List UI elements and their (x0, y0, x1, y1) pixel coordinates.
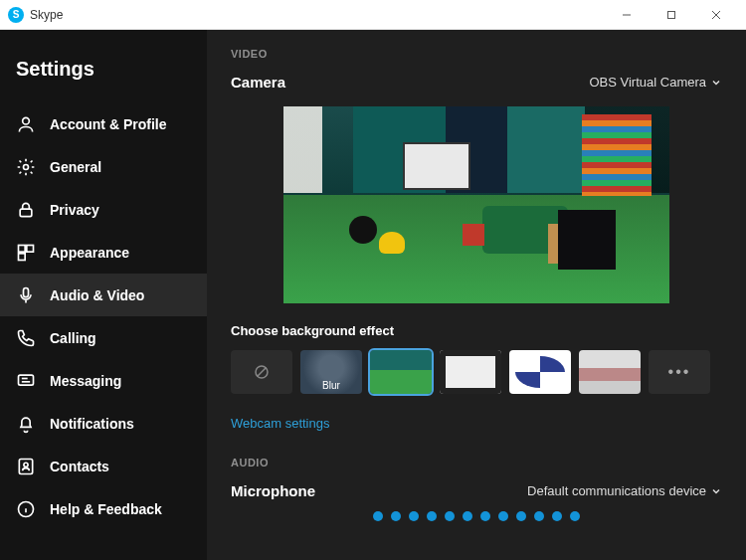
level-dot (409, 511, 419, 521)
sidebar-item-label: Account & Profile (50, 116, 166, 132)
svg-rect-11 (19, 375, 34, 385)
svg-rect-10 (24, 287, 29, 296)
microphone-icon (16, 285, 36, 305)
camera-label: Camera (231, 74, 285, 91)
svg-rect-7 (19, 245, 26, 252)
settings-sidebar: Settings Account & Profile General Priva… (0, 30, 207, 560)
close-button[interactable] (693, 0, 738, 30)
sidebar-item-label: Messaging (50, 373, 121, 389)
effect-bg-1[interactable] (370, 350, 432, 394)
sidebar-item-label: Appearance (50, 245, 129, 261)
none-icon (253, 363, 271, 381)
effect-none[interactable] (231, 350, 292, 394)
appearance-icon (16, 243, 36, 263)
chevron-down-icon (710, 77, 722, 89)
sidebar-item-notifications[interactable]: Notifications (0, 402, 207, 445)
svg-rect-8 (27, 245, 34, 252)
sidebar-item-label: Notifications (50, 416, 134, 432)
sidebar-item-messaging[interactable]: Messaging (0, 359, 207, 402)
level-dot (445, 511, 455, 521)
sidebar-item-account-profile[interactable]: Account & Profile (0, 102, 207, 145)
sidebar-item-contacts[interactable]: Contacts (0, 445, 207, 487)
lock-icon (16, 200, 36, 220)
titlebar: S Skype (0, 0, 746, 30)
info-icon (16, 499, 36, 519)
svg-point-15 (24, 463, 28, 467)
svg-rect-9 (19, 253, 26, 260)
sidebar-item-label: Contacts (50, 459, 109, 474)
gear-icon (16, 157, 36, 177)
webcam-settings-link[interactable]: Webcam settings (231, 416, 329, 431)
camera-preview (283, 106, 669, 303)
chevron-down-icon (710, 485, 722, 497)
level-dot (534, 511, 544, 521)
sidebar-item-general[interactable]: General (0, 145, 207, 188)
sidebar-item-calling[interactable]: Calling (0, 316, 207, 359)
effect-blur-label: Blur (300, 380, 362, 391)
phone-icon (16, 328, 36, 348)
sidebar-item-privacy[interactable]: Privacy (0, 188, 207, 231)
microphone-level-meter (231, 511, 722, 521)
svg-rect-1 (667, 11, 674, 18)
level-dot (498, 511, 508, 521)
sidebar-item-label: General (50, 159, 101, 175)
skype-logo-icon: S (8, 7, 24, 23)
level-dot (427, 511, 437, 521)
microphone-selected-value: Default communications device (527, 483, 706, 498)
microphone-label: Microphone (231, 482, 315, 499)
level-dot (391, 511, 401, 521)
settings-heading: Settings (0, 30, 207, 102)
svg-point-4 (23, 117, 30, 124)
sidebar-item-label: Help & Feedback (50, 501, 162, 517)
effect-more-button[interactable]: ••• (649, 350, 710, 394)
background-effects-row: Blur ••• (231, 350, 722, 394)
level-dot (373, 511, 383, 521)
background-effect-label: Choose background effect (231, 323, 722, 338)
more-icon: ••• (668, 363, 691, 381)
camera-selected-value: OBS Virtual Camera (589, 75, 706, 90)
microphone-dropdown[interactable]: Default communications device (527, 483, 722, 498)
effect-bg-3[interactable] (509, 350, 571, 394)
sidebar-item-audio-video[interactable]: Audio & Video (0, 274, 207, 316)
level-dot (516, 511, 526, 521)
app-title: Skype (30, 8, 63, 22)
audio-section-label: AUDIO (231, 457, 722, 468)
sidebar-item-label: Audio & Video (50, 287, 144, 303)
maximize-button[interactable] (649, 0, 693, 30)
svg-point-5 (24, 164, 29, 169)
sidebar-item-label: Calling (50, 330, 96, 346)
level-dot (552, 511, 562, 521)
level-dot (570, 511, 580, 521)
sidebar-item-help-feedback[interactable]: Help & Feedback (0, 487, 207, 530)
svg-rect-6 (20, 209, 32, 217)
settings-content: VIDEO Camera OBS Virtual Camera Choose b… (207, 30, 746, 560)
minimize-button[interactable] (604, 0, 649, 30)
svg-line-20 (258, 368, 267, 377)
camera-dropdown[interactable]: OBS Virtual Camera (589, 75, 722, 90)
effect-blur[interactable]: Blur (300, 350, 362, 394)
effect-bg-2[interactable] (440, 350, 501, 394)
video-section-label: VIDEO (231, 48, 722, 60)
person-icon (16, 114, 36, 134)
contacts-icon (16, 457, 36, 476)
bell-icon (16, 414, 36, 434)
level-dot (463, 511, 472, 521)
sidebar-item-appearance[interactable]: Appearance (0, 231, 207, 274)
message-icon (16, 371, 36, 391)
level-dot (480, 511, 490, 521)
sidebar-item-label: Privacy (50, 202, 99, 218)
effect-bg-4[interactable] (579, 350, 641, 394)
